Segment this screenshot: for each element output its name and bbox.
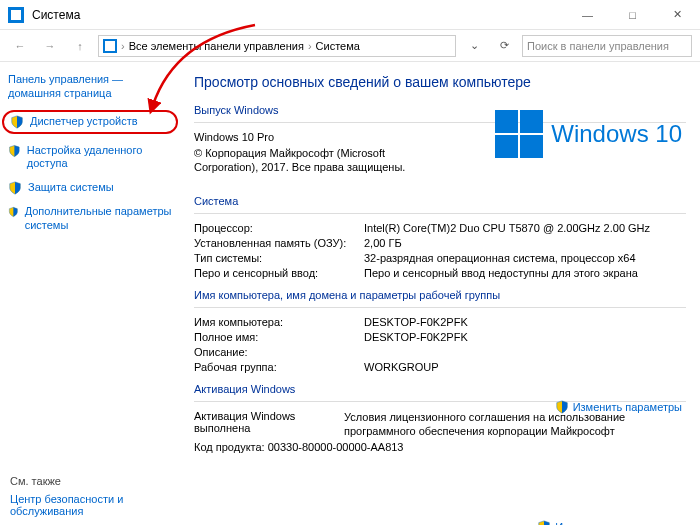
sidebar-link[interactable]: Диспетчер устройств <box>30 115 138 129</box>
windows-logo-icon <box>495 110 543 158</box>
up-button[interactable]: ↑ <box>68 34 92 58</box>
forward-button[interactable]: → <box>38 34 62 58</box>
see-also-header: См. также <box>10 475 180 487</box>
workgroup-label: Рабочая группа: <box>194 361 364 373</box>
windows-logo-text: Windows 10 <box>551 120 682 148</box>
pen-label: Перо и сенсорный ввод: <box>194 267 364 279</box>
breadcrumb-item[interactable]: Система <box>316 40 360 52</box>
section-activation: Активация Windows <box>194 383 686 395</box>
chevron-right-icon: › <box>308 40 312 52</box>
dropdown-button[interactable]: ⌄ <box>462 34 486 58</box>
ram-value: 2,00 ГБ <box>364 237 686 249</box>
compname-label: Имя компьютера: <box>194 316 364 328</box>
page-title: Просмотр основных сведений о вашем компь… <box>194 74 686 90</box>
sidebar-item-protection[interactable]: Защита системы <box>8 181 172 195</box>
shield-icon <box>8 144 21 158</box>
system-icon <box>8 7 24 23</box>
fullname-value: DESKTOP-F0K2PFK <box>364 331 686 343</box>
compname-value: DESKTOP-F0K2PFK <box>364 316 686 328</box>
cpu-label: Процессор: <box>194 222 364 234</box>
maximize-button[interactable]: □ <box>610 0 655 30</box>
sidebar-item-remote[interactable]: Настройка удаленного доступа <box>8 144 172 172</box>
systype-value: 32-разрядная операционная система, проце… <box>364 252 686 264</box>
section-system: Система <box>194 195 686 207</box>
product-key: Код продукта: 00330-80000-00000-AA813 <box>194 441 404 453</box>
window-title: Система <box>32 8 565 22</box>
sidebar-link[interactable]: Дополнительные параметры системы <box>25 205 172 233</box>
pen-value: Перо и сенсорный ввод недоступны для это… <box>364 267 686 279</box>
edition-value: Windows 10 Pro <box>194 131 364 143</box>
titlebar: Система — □ ✕ <box>0 0 700 30</box>
shield-icon <box>10 115 24 129</box>
ram-label: Установленная память (ОЗУ): <box>194 237 364 249</box>
shield-icon <box>8 181 22 195</box>
back-button[interactable]: ← <box>8 34 32 58</box>
copyright-text: © Корпорация Майкрософт (Microsoft Corpo… <box>194 146 434 175</box>
divider <box>194 213 686 214</box>
shield-icon <box>537 520 551 525</box>
close-button[interactable]: ✕ <box>655 0 700 30</box>
sidebar: Панель управления — домашняя страница Ди… <box>0 62 180 525</box>
see-also-link[interactable]: Центр безопасности и обслуживания <box>10 493 180 517</box>
sidebar-item-advanced[interactable]: Дополнительные параметры системы <box>8 205 172 233</box>
sidebar-item-device-manager[interactable]: Диспетчер устройств <box>2 110 178 134</box>
address-bar: ← → ↑ › Все элементы панели управления ›… <box>0 30 700 62</box>
search-input[interactable]: Поиск в панели управления <box>522 35 692 57</box>
systype-label: Тип системы: <box>194 252 364 264</box>
section-computer-name: Имя компьютера, имя домена и параметры р… <box>194 289 686 301</box>
cpu-value: Intel(R) Core(TM)2 Duo CPU T5870 @ 2.00G… <box>364 222 686 234</box>
control-panel-home-link[interactable]: Панель управления — домашняя страница <box>8 72 172 101</box>
desc-value <box>364 346 686 358</box>
desc-label: Описание: <box>194 346 364 358</box>
windows-logo: Windows 10 <box>495 110 682 158</box>
workgroup-value: WORKGROUP <box>364 361 686 373</box>
chevron-right-icon: › <box>121 40 125 52</box>
search-placeholder: Поиск в панели управления <box>527 40 669 52</box>
activation-status: Активация Windows выполнена <box>194 410 344 434</box>
breadcrumb[interactable]: › Все элементы панели управления › Систе… <box>98 35 456 57</box>
breadcrumb-item[interactable]: Все элементы панели управления <box>129 40 304 52</box>
change-settings-link[interactable]: Изменить параметры <box>555 400 682 414</box>
main-content: Просмотр основных сведений о вашем компь… <box>180 62 700 525</box>
minimize-button[interactable]: — <box>565 0 610 30</box>
shield-icon <box>8 205 19 219</box>
change-product-key-link[interactable]: Изменить ключ продукта <box>537 520 682 525</box>
sidebar-link[interactable]: Защита системы <box>28 181 114 195</box>
control-panel-icon <box>103 39 117 53</box>
divider <box>194 307 686 308</box>
refresh-button[interactable]: ⟳ <box>492 34 516 58</box>
shield-icon <box>555 400 569 414</box>
sidebar-link[interactable]: Настройка удаленного доступа <box>27 144 172 172</box>
fullname-label: Полное имя: <box>194 331 364 343</box>
see-also: См. также Центр безопасности и обслужива… <box>10 475 180 517</box>
